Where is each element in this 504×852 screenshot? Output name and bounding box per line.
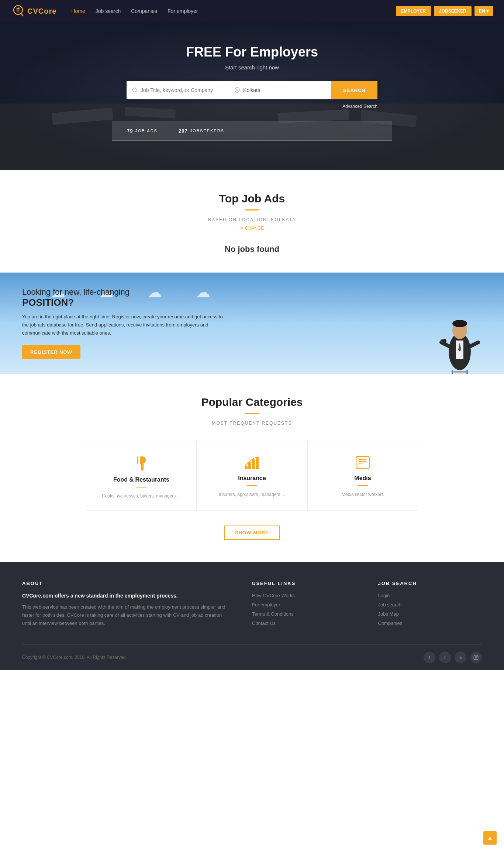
- footer-about-title: ABOUT: [22, 581, 230, 586]
- logo[interactable]: CVCore: [11, 4, 56, 18]
- svg-rect-23: [443, 339, 446, 343]
- job-search-input[interactable]: [141, 87, 224, 93]
- footer-grid: ABOUT CVCore.com offers a new standard i…: [22, 581, 482, 644]
- logo-icon: [11, 4, 25, 18]
- footer-about-text: This web-service has been created with t…: [22, 603, 230, 627]
- hero-title: FREE For Employers: [112, 44, 392, 60]
- hero-stat-jobs: 79 JOB ADS: [127, 128, 158, 134]
- nav-job-search[interactable]: Job search: [96, 8, 121, 14]
- location-wrap: [229, 81, 331, 99]
- jobseeker-button[interactable]: JOBSEEKER: [434, 6, 472, 16]
- banner-title: Looking for new, life-changing POSITION?: [22, 287, 229, 308]
- show-more-wrap: SHOW MORE: [7, 526, 497, 540]
- show-more-button[interactable]: SHOW MORE: [224, 526, 280, 540]
- category-food[interactable]: Food & Restaurants Cooks, waitresses, ba…: [86, 441, 197, 511]
- seekers-label: JOBSEEKERS: [190, 129, 224, 133]
- change-location-link[interactable]: ✎ CHANGE: [240, 226, 264, 231]
- footer-link-companies[interactable]: Companies: [378, 620, 482, 626]
- hero-content: FREE For Employers Start search right no…: [112, 44, 392, 141]
- twitter-icon[interactable]: t: [439, 651, 451, 663]
- top-jobs-divider: [245, 209, 259, 211]
- insurance-desc: Insurers, appraisers, managers ...: [208, 491, 296, 498]
- categories-meta: MOST FREQUENT REQUESTS: [7, 421, 497, 426]
- media-icon: [319, 456, 407, 469]
- svg-point-40: [475, 657, 477, 658]
- facebook-icon[interactable]: f: [424, 651, 435, 663]
- seekers-count: 297: [179, 128, 188, 134]
- footer-link-terms[interactable]: Terms & Conditions: [252, 611, 356, 617]
- media-desc: Media sector workers: [319, 491, 407, 498]
- jobs-label: JOB ADS: [135, 129, 157, 133]
- footer-link-contact[interactable]: Contact Us: [252, 620, 356, 626]
- banner-section: Looking for new, life-changing POSITION?…: [0, 273, 504, 374]
- footer-copyright: Copyright © CVCore.com, 2018. All Rights…: [22, 655, 127, 660]
- categories-section: Popular Categories MOST FREQUENT REQUEST…: [0, 374, 504, 562]
- top-jobs-title: Top Job Ads: [7, 192, 497, 205]
- category-media[interactable]: Media Media sector workers: [307, 441, 418, 511]
- language-button[interactable]: EN ▾: [474, 6, 493, 16]
- footer-link-for-employer[interactable]: For employer: [252, 602, 356, 608]
- food-icon: [97, 456, 185, 471]
- instagram-svg: [473, 655, 479, 660]
- search-button[interactable]: SEARCH: [331, 81, 377, 99]
- svg-point-12: [132, 88, 137, 92]
- category-insurance[interactable]: Insurance Insurers, appraisers, managers…: [197, 441, 307, 511]
- svg-rect-28: [137, 456, 138, 464]
- logo-text: CVCore: [27, 7, 56, 16]
- location-input[interactable]: [243, 87, 326, 93]
- categories-divider: [245, 413, 259, 414]
- location-icon: [234, 87, 240, 93]
- register-button[interactable]: REGISTER NOW: [22, 345, 80, 359]
- media-divider: [358, 485, 368, 486]
- footer-social: f t in: [424, 651, 482, 663]
- hero-subtitle: Start search right now: [112, 64, 392, 71]
- food-desc: Cooks, waitresses, bakers, managers ...: [97, 493, 185, 499]
- banner-text: You are in the right place at the right …: [22, 313, 229, 337]
- employer-button[interactable]: EMPLOYER: [396, 6, 431, 16]
- footer-link-how-cvcore[interactable]: How CVCore Works: [252, 593, 356, 598]
- hero-stats: 79 JOB ADS 297 JOBSEEKERS: [112, 121, 392, 141]
- nav-companies[interactable]: Companies: [131, 8, 157, 14]
- footer-useful-col: USEFUL LINKS How CVCore Works For employ…: [252, 581, 356, 630]
- svg-rect-29: [140, 456, 141, 464]
- banner-person-illustration: [430, 304, 489, 374]
- svg-line-13: [136, 91, 137, 92]
- linkedin-icon[interactable]: in: [455, 651, 466, 663]
- job-search-wrap: [127, 81, 229, 99]
- instagram-icon[interactable]: [470, 651, 482, 663]
- footer-useful-title: USEFUL LINKS: [252, 581, 356, 586]
- footer-about-col: ABOUT CVCore.com offers a new standard i…: [22, 581, 230, 630]
- food-divider: [136, 487, 146, 487]
- advanced-search-link[interactable]: Advanced Search: [127, 104, 377, 109]
- insurance-divider: [247, 485, 257, 486]
- footer-about-strong: CVCore.com offers a new standard in the …: [22, 593, 230, 599]
- svg-point-41: [477, 656, 477, 656]
- svg-rect-30: [245, 466, 248, 469]
- insurance-name: Insurance: [208, 475, 296, 482]
- hero-section: FREE For Employers Start search right no…: [0, 22, 504, 170]
- top-jobs-meta: BASED ON LOCATION: KOLKATA: [7, 217, 497, 222]
- media-name: Media: [319, 475, 407, 482]
- svg-point-14: [237, 89, 238, 90]
- footer-link-job-search[interactable]: Job search: [378, 602, 482, 608]
- svg-line-5: [21, 13, 23, 16]
- footer-link-login[interactable]: Login: [378, 593, 482, 598]
- footer: ABOUT CVCore.com offers a new standard i…: [0, 562, 504, 670]
- svg-point-19: [452, 320, 467, 327]
- svg-rect-31: [248, 462, 251, 469]
- footer-link-jobs-map[interactable]: Jobs Map: [378, 611, 482, 617]
- top-jobs-section: Top Job Ads BASED ON LOCATION: KOLKATA ✎…: [0, 170, 504, 273]
- svg-rect-39: [474, 655, 478, 660]
- footer-bottom: Copyright © CVCore.com, 2018. All Rights…: [22, 644, 482, 670]
- nav-for-employer[interactable]: For employer: [168, 8, 198, 14]
- svg-rect-38: [356, 456, 358, 468]
- footer-jobsearch-title: JOB SEARCH: [378, 581, 482, 586]
- nav-home[interactable]: Home: [71, 8, 85, 14]
- no-jobs-message: No jobs found: [7, 244, 497, 254]
- banner-position: POSITION?: [22, 297, 229, 308]
- food-name: Food & Restaurants: [97, 476, 185, 483]
- jobs-count: 79: [127, 128, 133, 134]
- categories-grid: Food & Restaurants Cooks, waitresses, ba…: [86, 441, 418, 511]
- footer-jobsearch-col: JOB SEARCH Login Job search Jobs Map Com…: [378, 581, 482, 630]
- nav-links: Home Job search Companies For employer: [71, 8, 396, 14]
